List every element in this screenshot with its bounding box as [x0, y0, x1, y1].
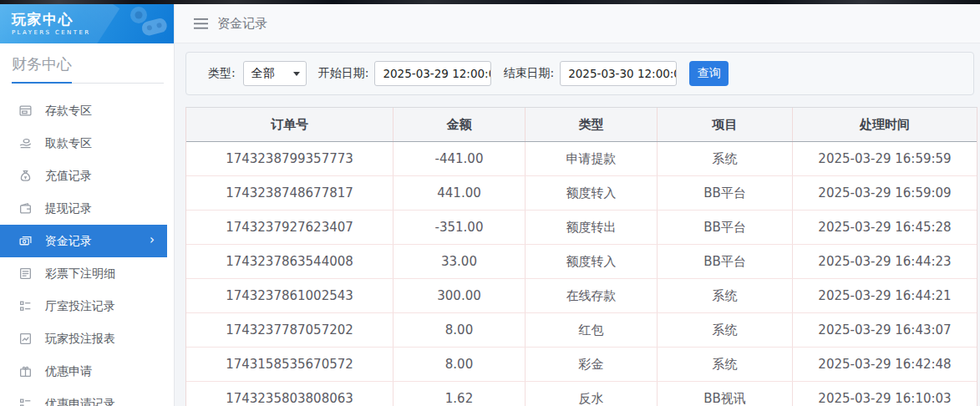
type-select[interactable]: 全部: [243, 61, 307, 86]
table-cell: 1743237787057202: [186, 313, 394, 347]
column-header: 类型: [526, 108, 658, 141]
table-cell: 2025-03-29 16:43:07: [793, 313, 977, 347]
logo-subtitle: PLAYERS CENTER: [12, 29, 90, 36]
table-cell: 1743158535670572: [186, 348, 394, 381]
table-cell: 红包: [526, 313, 658, 347]
chevron-right-icon: ›: [150, 232, 155, 247]
table-row[interactable]: 1743237927623407-351.00额度转出BB平台2025-03-2…: [186, 211, 977, 245]
table-cell: BB平台: [658, 245, 793, 278]
table-cell: 2025-03-29 16:10:03: [793, 382, 977, 406]
table-row[interactable]: 17432377870572028.00红包系统2025-03-29 16:43…: [186, 313, 977, 348]
type-label: 类型:: [208, 66, 236, 81]
table-cell: 2025-03-29 16:45:28: [793, 211, 977, 244]
lottery-doc-icon: [18, 266, 33, 281]
withdraw-hand-icon: [18, 136, 33, 150]
table-cell: 2025-03-29 16:44:21: [793, 279, 977, 312]
start-date-label: 开始日期:: [318, 66, 369, 81]
table-cell: 33.00: [394, 245, 526, 278]
column-header: 订单号: [186, 108, 394, 141]
sidebar-item-3[interactable]: 提现记录 ›: [0, 192, 174, 225]
table-row[interactable]: 1743237861002543300.00在线存款系统2025-03-29 1…: [186, 279, 977, 313]
table-cell: 1743238748677817: [186, 176, 394, 210]
sidebar-item-2[interactable]: 充值记录 ›: [0, 160, 174, 192]
type-select-value: 全部: [251, 66, 275, 81]
sidebar-menu: 存款专区 › 取款专区 › 充值记录 › 提现记录 › 资金记录 › 彩票下注明…: [0, 94, 174, 406]
table-cell: 2025-03-29 16:59:59: [793, 142, 977, 175]
start-date-input[interactable]: [374, 61, 491, 86]
sidebar-item-1[interactable]: 取款专区 ›: [0, 127, 174, 160]
hamburger-menu-icon[interactable]: [194, 18, 208, 29]
table-cell: 441.00: [394, 176, 526, 210]
table-cell: BB平台: [658, 176, 793, 210]
table-cell: 1743237927623407: [186, 211, 394, 244]
table-cell: 系统: [658, 142, 793, 175]
table-cell: 系统: [658, 279, 793, 312]
table-cell: 2025-03-29 16:42:48: [793, 348, 977, 381]
section-title: 财务中心: [12, 54, 174, 74]
table-cell: -351.00: [394, 211, 526, 244]
sidebar: 玩家中心 PLAYERS CENTER 财务中心 存款专区 › 取款专区 ›: [0, 4, 175, 406]
records-table: 订单号金额类型项目处理时间 1743238799357773-441.00申请提…: [185, 107, 977, 406]
wallet-icon: [18, 201, 33, 216]
table-row[interactable]: 1743238799357773-441.00申请提款系统2025-03-29 …: [186, 142, 977, 176]
sidebar-item-5[interactable]: 彩票下注明细 ›: [0, 257, 174, 290]
table-cell: 额度转入: [526, 176, 658, 210]
table-header-row: 订单号金额类型项目处理时间: [186, 108, 977, 142]
chevron-down-icon: [293, 72, 300, 76]
table-row[interactable]: 174323786354400833.00额度转入BB平台2025-03-29 …: [186, 245, 977, 279]
logo-title: 玩家中心: [12, 10, 90, 28]
table-cell: 额度转入: [526, 245, 658, 278]
table-cell: 8.00: [394, 313, 526, 347]
table-cell: 1.62: [394, 382, 526, 406]
table-cell: 反水: [526, 382, 658, 406]
gamepad-icon: [119, 6, 170, 43]
breadcrumb: 资金记录: [217, 16, 267, 32]
table-cell: BB平台: [658, 211, 793, 244]
sidebar-item-8[interactable]: 优惠申请 ›: [0, 355, 174, 388]
table-body: 1743238799357773-441.00申请提款系统2025-03-29 …: [186, 142, 977, 406]
sidebar-item-0[interactable]: 存款专区 ›: [0, 94, 174, 127]
sidebar-item-6[interactable]: 厅室投注记录 ›: [0, 290, 174, 322]
end-date-label: 结束日期:: [503, 66, 554, 81]
table-cell: 1743235803808063: [186, 382, 394, 406]
table-cell: 2025-03-29 16:59:09: [793, 176, 977, 210]
table-row[interactable]: 17431585356705728.00彩金系统2025-03-29 16:42…: [186, 348, 977, 382]
promo-list-icon: [18, 397, 33, 406]
table-cell: 1743238799357773: [186, 142, 394, 175]
table-cell: 1743237861002543: [186, 279, 394, 312]
column-header: 处理时间: [793, 108, 977, 141]
table-cell: 在线存款: [526, 279, 658, 312]
table-row[interactable]: 1743238748677817441.00额度转入BB平台2025-03-29…: [186, 176, 977, 211]
table-cell: 8.00: [394, 348, 526, 381]
banknotes-icon: [18, 234, 33, 248]
logo-texts: 玩家中心 PLAYERS CENTER: [12, 10, 90, 36]
table-cell: 额度转出: [526, 211, 658, 244]
query-button[interactable]: 查询: [689, 61, 729, 86]
report-chart-icon: [18, 332, 33, 346]
column-header: 金额: [394, 108, 526, 141]
table-row[interactable]: 17432358038080631.62反水BB视讯2025-03-29 16:…: [186, 382, 977, 406]
deposit-machine-icon: [18, 104, 33, 118]
table-cell: 系统: [658, 348, 793, 381]
divider-rest: [72, 83, 164, 84]
sidebar-item-4[interactable]: 资金记录 ›: [0, 225, 167, 257]
table-cell: 1743237863544008: [186, 245, 394, 278]
logo-banner: 玩家中心 PLAYERS CENTER: [0, 4, 174, 43]
table-cell: 系统: [658, 313, 793, 347]
end-date-input[interactable]: [560, 61, 677, 86]
section-divider: [12, 82, 164, 84]
table-cell: 2025-03-29 16:44:23: [793, 245, 977, 278]
table-cell: BB视讯: [658, 382, 793, 406]
column-header: 项目: [658, 108, 793, 141]
table-cell: 300.00: [394, 279, 526, 312]
table-cell: 彩金: [526, 348, 658, 381]
topbar: 资金记录: [175, 4, 980, 43]
sidebar-item-9[interactable]: 优惠申请记录 ›: [0, 388, 174, 406]
hall-list-icon: [18, 299, 33, 313]
moneybag-icon: [18, 169, 33, 183]
divider-accent: [12, 82, 72, 84]
filter-panel: 类型: 全部 开始日期: 结束日期: 查询: [185, 52, 974, 95]
promo-gift-icon: [18, 364, 33, 378]
table-cell: -441.00: [394, 142, 526, 175]
sidebar-item-7[interactable]: 玩家投注报表 ›: [0, 322, 174, 355]
